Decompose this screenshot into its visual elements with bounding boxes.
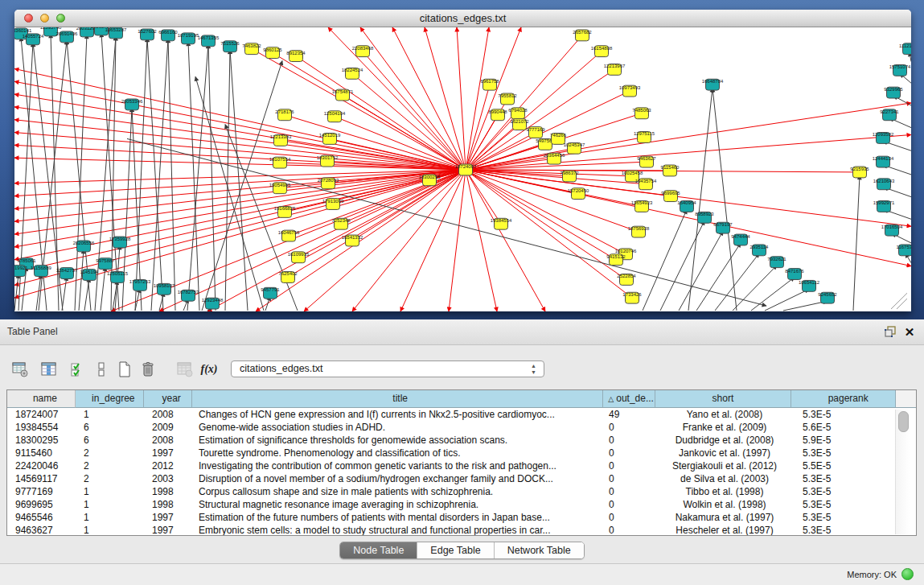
tab-network-table[interactable]: Network Table: [495, 542, 584, 558]
table-row[interactable]: 911546021997Tourette syndrome. Phenomeno…: [7, 447, 916, 459]
graph-node[interactable]: 7625402: [278, 272, 298, 283]
graph-node[interactable]: 8958923: [695, 212, 714, 223]
graph-node[interactable]: 17016504: [881, 225, 903, 236]
column-header-pagerank[interactable]: pagerank: [791, 390, 896, 408]
graph-node[interactable]: 12923448: [202, 298, 224, 309]
graph-node[interactable]: 1527602: [138, 29, 157, 40]
graph-node[interactable]: 1640954: [677, 201, 696, 212]
graph-node[interactable]: 7932621: [767, 257, 786, 268]
table-cell[interactable]: 2008: [144, 434, 192, 447]
table-cell[interactable]: 1: [76, 485, 144, 498]
column-header-name[interactable]: name: [7, 390, 76, 408]
table-cell[interactable]: Genome-wide association studies in ADHD.: [192, 421, 604, 434]
table-cell[interactable]: 5.3E-5: [793, 524, 897, 536]
graph-node[interactable]: 9245652: [818, 292, 837, 303]
table-row[interactable]: 1456911722003Disruption of a novel membe…: [7, 472, 916, 485]
graph-node[interactable]: 14671355: [198, 35, 220, 47]
graph-node[interactable]: 16154808: [591, 46, 613, 57]
table-vertical-scrollbar[interactable]: [895, 410, 910, 534]
graph-node[interactable]: 17913009: [322, 199, 344, 210]
table-cell[interactable]: Wolkin et al. (1998): [656, 498, 793, 511]
table-cell[interactable]: Disruption of a novel member of a sodium…: [192, 472, 604, 485]
table-cell[interactable]: 1997: [144, 524, 192, 536]
table-cell[interactable]: 1: [76, 498, 144, 511]
table-cell[interactable]: de Silva et al. (2003): [656, 472, 793, 485]
new-column-icon[interactable]: [114, 359, 135, 380]
table-cell[interactable]: Tourette syndrome. Phenomenology and cla…: [192, 447, 604, 459]
graph-node[interactable]: 2522854: [617, 274, 636, 285]
table-cell[interactable]: 0: [604, 498, 656, 511]
graph-node[interactable]: 19435754: [635, 179, 657, 190]
select-all-columns-icon[interactable]: [68, 359, 88, 380]
column-header-short[interactable]: short: [655, 390, 792, 408]
table-cell[interactable]: 9699695: [7, 498, 76, 511]
close-panel-icon[interactable]: ✕: [901, 324, 918, 340]
table-cell[interactable]: 2: [76, 447, 144, 459]
row-height-icon[interactable]: [91, 359, 112, 380]
graph-node[interactable]: 11156889: [31, 266, 51, 277]
graph-node[interactable]: 9463627: [637, 156, 656, 167]
graph-node[interactable]: 15720450: [568, 188, 589, 200]
graph-node[interactable]: 15992971: [873, 201, 895, 212]
table-cell[interactable]: Stergiakouli et al. (2012): [656, 459, 793, 472]
graph-node[interactable]: 7955812: [498, 93, 517, 105]
node-table[interactable]: name in_degree year title △out_de... sho…: [6, 389, 917, 536]
table-cell[interactable]: 9777169: [7, 485, 76, 498]
table-row[interactable]: 946362711997Embryonic stem cells: a mode…: [7, 524, 916, 536]
citation-network-graph[interactable]: 2636014112595740140557242069140620031234…: [14, 27, 911, 311]
column-header-year[interactable]: year: [144, 390, 192, 408]
graph-node[interactable]: 12444134: [873, 156, 894, 167]
table-cell[interactable]: 5.3E-5: [793, 511, 897, 524]
graph-node[interactable]: 9227341: [880, 109, 899, 121]
column-header-in-degree[interactable]: in_degree: [76, 390, 144, 408]
table-cell[interactable]: 0: [604, 447, 656, 459]
graph-node[interactable]: 16210643: [873, 179, 895, 190]
table-row[interactable]: 946554611997Estimation of the future num…: [7, 511, 916, 524]
resize-grip-icon[interactable]: [897, 299, 907, 309]
table-cell[interactable]: 18724007: [7, 408, 76, 421]
table-cell[interactable]: 5.3E-5: [793, 408, 897, 421]
graph-node[interactable]: 16648784: [702, 79, 724, 90]
table-cell[interactable]: 5.3E-5: [793, 447, 897, 459]
table-cell[interactable]: 2009: [144, 421, 192, 434]
graph-node[interactable]: 9215935: [850, 167, 869, 178]
close-window-icon[interactable]: [24, 14, 33, 23]
graph-node[interactable]: 8990448: [488, 109, 507, 121]
table-cell[interactable]: 2008: [144, 408, 192, 421]
graph-node[interactable]: 20053346: [121, 99, 143, 110]
table-cell[interactable]: 2: [76, 459, 144, 472]
tab-node-table[interactable]: Node Table: [340, 542, 417, 558]
table-cell[interactable]: 1997: [144, 511, 192, 524]
graph-node[interactable]: 9474444: [731, 234, 750, 245]
table-cell[interactable]: 6: [76, 434, 144, 447]
float-window-icon[interactable]: [882, 324, 898, 340]
table-cell[interactable]: Investigating the contribution of common…: [192, 459, 604, 472]
graph-node[interactable]: 9115460: [661, 165, 680, 176]
graph-node[interactable]: 1145194: [80, 270, 100, 281]
table-cell[interactable]: 5.5E-5: [793, 459, 897, 472]
graph-node[interactable]: 20206556: [73, 241, 95, 252]
table-cell[interactable]: 1998: [144, 498, 192, 511]
table-cell[interactable]: 0: [604, 472, 656, 485]
graph-node[interactable]: 2718176: [275, 109, 294, 121]
graph-node[interactable]: 20728093: [318, 178, 339, 189]
graph-node[interactable]: 8912354: [286, 51, 306, 62]
graph-node[interactable]: 12975115: [634, 132, 655, 143]
table-cell[interactable]: Hescheler et al. (1997): [656, 524, 793, 536]
graph-node[interactable]: 9777169: [526, 127, 545, 138]
graph-node[interactable]: 2935114: [750, 245, 770, 256]
graph-node[interactable]: 12504104: [324, 111, 346, 122]
table-cell[interactable]: Franke et al. (2009): [656, 421, 793, 434]
graph-node[interactable]: 6679197: [713, 222, 733, 233]
table-cell[interactable]: Dudbridge et al. (2008): [656, 434, 793, 447]
graph-node[interactable]: 10719195: [178, 33, 199, 44]
graph-node[interactable]: 16046756: [278, 230, 300, 241]
table-row[interactable]: 969969511998Structural magnetic resonanc…: [7, 498, 916, 511]
graph-node[interactable]: 14512019: [319, 133, 341, 144]
table-settings-icon[interactable]: [10, 359, 31, 380]
minimize-window-icon[interactable]: [40, 14, 49, 23]
table-cell[interactable]: 0: [604, 524, 656, 536]
table-cell[interactable]: Structural magnetic resonance image aver…: [192, 498, 604, 511]
table-row[interactable]: 2242004622012Investigating the contribut…: [7, 459, 916, 472]
graph-node[interactable]: 18756928: [628, 226, 650, 237]
